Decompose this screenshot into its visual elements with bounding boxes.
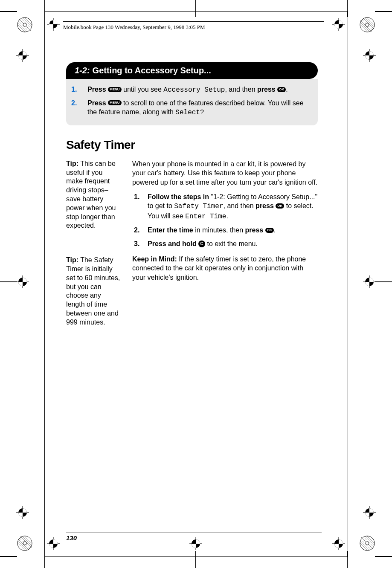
step-number: 2. (71, 99, 77, 108)
sidebar: Tip: This can be useful if you make freq… (66, 159, 126, 353)
crop-mark (347, 0, 348, 17)
step-item: 1. Follow the steps in "1-2: Getting to … (145, 192, 318, 222)
step-press: press (245, 226, 264, 234)
step-bold: Enter the time (148, 226, 193, 234)
tip-label: Tip: (66, 160, 78, 167)
section-title: Getting to Accessory Setup... (93, 66, 211, 75)
footer-rule (66, 533, 322, 533)
step-text: until you see (122, 86, 164, 93)
step-item: 2. Press MENU to scroll to one of the fe… (83, 99, 310, 118)
registration-mark-icon (332, 18, 345, 31)
lcd-text: Enter Time (185, 213, 226, 220)
lcd-text: Accessory Setup (163, 86, 225, 94)
step-text: , and then (223, 202, 256, 209)
lcd-text: Safety Timer (174, 203, 223, 210)
registration-mark-icon (332, 537, 345, 550)
steps-box: 1. Press MENU until you see Accessory Se… (66, 79, 318, 125)
crop-mark (347, 551, 348, 568)
registration-mark-icon (16, 506, 29, 519)
step-text: to exit the menu. (205, 240, 258, 247)
svg-point-35 (366, 542, 369, 545)
step-number: 2. (134, 226, 139, 235)
intro-paragraph: When your phone is mounted in a car kit,… (132, 159, 318, 187)
crop-mark (375, 281, 392, 282)
crop-mark (0, 556, 17, 557)
section-number: 1-2: (75, 66, 90, 75)
step-text: in minutes, then (193, 226, 245, 234)
svg-point-8 (23, 23, 26, 26)
printer-ornament-icon (17, 17, 32, 32)
step-bold: Press and hold (148, 240, 197, 247)
step-text: . (286, 86, 287, 93)
step-press: press (256, 202, 274, 209)
printer-ornament-icon (360, 17, 375, 32)
tip-label: Tip: (66, 256, 78, 264)
step-press: Press (87, 86, 106, 93)
running-header: Mobile.book Page 130 Wednesday, Septembe… (63, 24, 205, 31)
crop-mark (375, 556, 392, 557)
step-item: 1. Press MENU until you see Accessory Se… (83, 85, 310, 95)
step-press: press (257, 86, 276, 93)
page-number: 130 (66, 534, 77, 542)
main-column: When your phone is mounted in a car kit,… (132, 159, 318, 353)
crop-mark (0, 11, 17, 12)
registration-mark-icon (16, 275, 29, 288)
header-rule (63, 21, 324, 22)
registration-mark-icon (47, 537, 60, 550)
heading-safety-timer: Safety Timer (66, 138, 318, 152)
crop-mark (0, 281, 17, 282)
tip-body: The Safety Timer is initially set to 60 … (66, 256, 120, 326)
step-bold: Follow the steps in (148, 193, 209, 200)
step-text: . (226, 212, 228, 220)
registration-mark-icon (47, 18, 60, 31)
section-header: 1-2:Getting to Accessory Setup... (66, 62, 318, 79)
step-press: Press (87, 99, 106, 107)
registration-mark-icon (189, 537, 202, 550)
registration-mark-icon (363, 49, 376, 62)
step-text: , and then (225, 86, 257, 93)
svg-point-26 (23, 542, 26, 545)
printer-ornament-icon (360, 536, 375, 551)
registration-mark-icon (363, 275, 376, 288)
step-number: 3. (134, 239, 139, 249)
step-number: 1. (134, 192, 139, 202)
vertical-rule (126, 159, 126, 353)
printer-ornament-icon (17, 536, 32, 551)
step-item: 2. Enter the time in minutes, then press… (145, 226, 318, 235)
ok-button-icon: OK (276, 203, 284, 209)
ok-button-icon: OK (265, 228, 274, 233)
keep-in-mind: Keep in Mind: If the safety timer is set… (132, 255, 318, 282)
step-item: 3. Press and hold C to exit the menu. (145, 239, 318, 249)
tip-block: Tip: The Safety Timer is initially set t… (66, 256, 121, 327)
keep-label: Keep in Mind: (132, 255, 177, 263)
menu-button-icon: MENU (108, 100, 122, 105)
registration-mark-icon (16, 49, 29, 62)
c-button-icon: C (198, 241, 205, 247)
crop-mark (195, 551, 196, 568)
crop-mark (375, 11, 392, 12)
page-content: 1-2:Getting to Accessory Setup... 1. Pre… (66, 62, 318, 353)
crop-mark (44, 551, 45, 568)
crop-mark (44, 0, 45, 17)
ok-button-icon: OK (277, 87, 286, 92)
svg-point-17 (366, 23, 369, 26)
registration-mark-icon (363, 506, 376, 519)
step-text: . (274, 226, 276, 234)
tip-body: This can be useful if you make frequent … (66, 160, 116, 229)
two-column-layout: Tip: This can be useful if you make freq… (66, 159, 318, 353)
menu-button-icon: MENU (108, 87, 122, 92)
lcd-text: Select? (175, 109, 204, 116)
tip-block: Tip: This can be useful if you make freq… (66, 159, 121, 230)
crop-mark (195, 0, 196, 17)
step-number: 1. (71, 85, 77, 94)
